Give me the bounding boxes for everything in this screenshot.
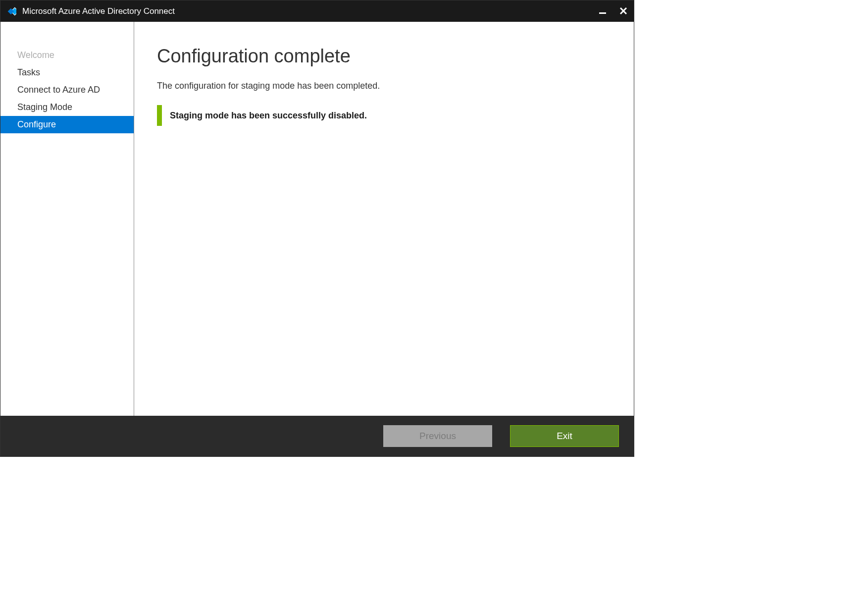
sidebar-item-label: Configure	[17, 119, 56, 129]
sidebar-item-label: Staging Mode	[17, 102, 72, 112]
button-label: Previous	[419, 431, 456, 442]
azure-icon	[5, 6, 16, 17]
page-title: Configuration complete	[157, 46, 609, 67]
window-title: Microsoft Azure Active Directory Connect	[22, 6, 175, 16]
sidebar-item-staging-mode[interactable]: Staging Mode	[0, 99, 134, 116]
page-subtitle: The configuration for staging mode has b…	[157, 81, 609, 91]
sidebar-item-label: Tasks	[17, 67, 40, 77]
titlebar: Microsoft Azure Active Directory Connect	[0, 0, 634, 22]
close-button[interactable]	[617, 5, 630, 17]
sidebar-item-label: Connect to Azure AD	[17, 85, 100, 95]
content-body: Welcome Tasks Connect to Azure AD Stagin…	[0, 22, 634, 416]
sidebar-item-tasks[interactable]: Tasks	[0, 64, 134, 81]
app-window: Microsoft Azure Active Directory Connect…	[0, 0, 634, 457]
window-controls	[597, 0, 630, 22]
sidebar: Welcome Tasks Connect to Azure AD Stagin…	[0, 22, 134, 416]
sidebar-item-welcome[interactable]: Welcome	[0, 47, 134, 64]
sidebar-item-connect-azure-ad[interactable]: Connect to Azure AD	[0, 81, 134, 99]
sidebar-item-configure[interactable]: Configure	[0, 116, 134, 133]
status-row: Staging mode has been successfully disab…	[157, 105, 609, 126]
sidebar-item-label: Welcome	[17, 50, 54, 60]
success-indicator-icon	[157, 105, 162, 126]
main-panel: Configuration complete The configuration…	[134, 22, 634, 416]
svg-rect-2	[599, 12, 606, 14]
minimize-button[interactable]	[597, 5, 608, 17]
status-message: Staging mode has been successfully disab…	[170, 111, 367, 121]
previous-button: Previous	[383, 425, 492, 447]
button-label: Exit	[557, 431, 572, 442]
footer: Previous Exit	[0, 416, 634, 456]
exit-button[interactable]: Exit	[510, 425, 619, 447]
